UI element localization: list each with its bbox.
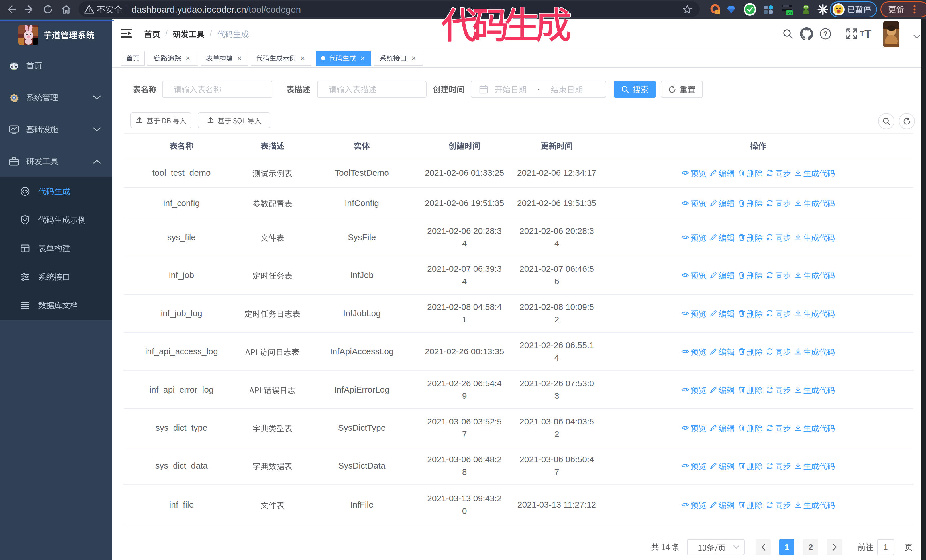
svg-text:?: ? xyxy=(823,30,828,38)
svg-text:on: on xyxy=(788,11,792,15)
svg-text:1: 1 xyxy=(717,10,719,14)
